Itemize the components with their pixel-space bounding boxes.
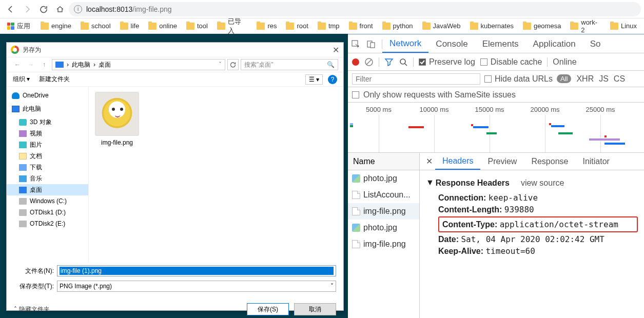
close-icon[interactable]: ✕ [333, 45, 339, 55]
preserve-log-checkbox[interactable]: Preserve log [419, 57, 475, 67]
save-button[interactable]: 保存(S) [247, 303, 289, 315]
samesite-bar: Only show requests with SameSite issues [348, 87, 644, 103]
search-placeholder: 搜索"桌面" [244, 61, 274, 69]
view-menu[interactable]: ☰ ▾ [305, 74, 323, 85]
home-button[interactable] [52, 2, 68, 17]
tree-node[interactable]: 视频 [7, 128, 88, 139]
tree-node[interactable]: Windows (C:) [7, 195, 88, 207]
refresh-button[interactable] [227, 59, 239, 70]
apps-shortcut[interactable]: 应用 [3, 20, 34, 32]
svg-rect-2 [370, 43, 375, 48]
folder-icon [257, 23, 265, 30]
tree-node[interactable]: OneDrive [7, 90, 88, 101]
request-row[interactable]: ListAccoun... [348, 187, 419, 203]
pc-icon [55, 62, 64, 68]
tree-icon [19, 164, 27, 171]
tree-node[interactable]: 音乐 [7, 173, 88, 184]
folder-icon [41, 23, 49, 30]
search-icon[interactable] [399, 57, 408, 67]
clear-button[interactable] [364, 57, 374, 67]
detail-tab-preview[interactable]: Preview [480, 153, 524, 170]
request-row[interactable]: photo.jpg [348, 220, 419, 236]
crumb-2[interactable]: 桌面 [99, 61, 111, 69]
tree-node[interactable]: 图片 [7, 139, 88, 150]
request-row[interactable]: img-file.png [348, 236, 419, 252]
devtools-panel: NetworkConsoleElementsApplicationSo Pres… [348, 34, 644, 318]
devtools-tab-so[interactable]: So [583, 35, 608, 53]
filter-input[interactable] [352, 73, 480, 85]
header-row: Keep-Alive: timeout=60 [438, 246, 638, 256]
filter-pill-xhr[interactable]: XHR [576, 74, 594, 84]
site-info-icon[interactable]: i [74, 5, 82, 13]
forward-button[interactable] [19, 2, 35, 17]
samesite-checkbox[interactable]: Only show requests with SameSite issues [352, 90, 516, 100]
tree-node[interactable]: OTDisk2 (E:) [7, 218, 88, 229]
tree-icon [19, 198, 27, 205]
dialog-file-area[interactable]: img-file.png [89, 87, 343, 261]
header-row: Date: Sat, 04 Apr 2020 02:02:42 GMT [438, 234, 638, 244]
reload-button[interactable] [36, 2, 51, 17]
back-button[interactable] [3, 2, 18, 17]
cancel-button[interactable]: 取消 [294, 303, 336, 315]
throttling-select[interactable]: Online [553, 57, 576, 67]
response-headers-section[interactable]: ▼Response Headersview source [426, 178, 638, 188]
filter-pill-all[interactable]: All [557, 74, 571, 83]
detail-tab-initiator[interactable]: Initiator [575, 153, 616, 170]
crumb-1[interactable]: 此电脑 [72, 61, 90, 69]
filter-pill-cs[interactable]: CS [614, 74, 625, 84]
detail-tab-response[interactable]: Response [524, 153, 575, 170]
address-bar[interactable]: i localhost:8013/img-file.png [69, 2, 641, 16]
tree-node[interactable]: 桌面 [7, 184, 88, 195]
chevron-icon: ˄ [14, 306, 17, 313]
tree-node[interactable]: 下载 [7, 162, 88, 173]
view-source-link[interactable]: view source [521, 178, 564, 187]
detail-tabs: ✕ HeadersPreviewResponseInitiator [420, 153, 644, 170]
detail-tab-headers[interactable]: Headers [435, 153, 480, 170]
request-row[interactable]: photo.jpg [348, 170, 419, 187]
filetype-select[interactable]: PNG Image (*.png)˅ [57, 281, 336, 292]
devtools-tab-elements[interactable]: Elements [475, 35, 526, 53]
folder-icon [422, 23, 431, 30]
filter-pill-js[interactable]: JS [599, 74, 609, 84]
breadcrumb[interactable]: › 此电脑 › 桌面 ˅ [52, 59, 225, 70]
folder-icon [349, 23, 357, 30]
dlg-back-button[interactable]: ← [12, 61, 23, 68]
record-button[interactable] [352, 58, 359, 66]
disable-cache-checkbox[interactable]: Disable cache [480, 57, 542, 67]
request-row[interactable]: img-file.png [348, 203, 419, 220]
url-text: localhost:8013/img-file.png [86, 5, 172, 13]
devtools-tab-application[interactable]: Application [526, 35, 583, 53]
tree-node[interactable]: OTDisk1 (D:) [7, 207, 88, 218]
tree-node[interactable]: 3D 对象 [7, 116, 88, 128]
hide-data-urls-checkbox[interactable]: Hide data URLs [484, 74, 553, 84]
request-list-header: Name [348, 153, 419, 170]
dlg-up-button[interactable]: ↑ [38, 61, 50, 68]
hide-folders-toggle[interactable]: ˄隐藏文件夹 [14, 305, 50, 314]
tree-icon [19, 175, 27, 182]
network-timeline[interactable]: 5000 ms10000 ms15000 ms20000 ms25000 ms [348, 103, 644, 153]
inspect-icon[interactable] [351, 39, 366, 49]
bookmark-label: tool [197, 22, 208, 30]
devtools-tab-console[interactable]: Console [428, 35, 475, 53]
chrome-icon [11, 46, 19, 54]
organize-menu[interactable]: 组织 ▾ [13, 75, 30, 84]
devtools-tab-network[interactable]: Network [382, 35, 428, 53]
close-details-icon[interactable]: ✕ [423, 156, 435, 166]
filter-icon[interactable] [384, 57, 394, 67]
page-stage: 另存为 ✕ ← → ↑ › 此电脑 › 桌面 ˅ 搜索"桌面"🔍 组织 [0, 34, 348, 318]
tree-icon [19, 221, 27, 227]
tree-label: 桌面 [30, 186, 42, 194]
tree-node[interactable]: 文档 [7, 150, 88, 162]
dlg-search-input[interactable]: 搜索"桌面"🔍 [241, 59, 338, 70]
device-toggle-icon[interactable] [366, 39, 382, 49]
filter-bar: Hide data URLs AllXHRJSCS [348, 71, 644, 87]
filename-input[interactable] [57, 265, 336, 276]
request-name: photo.jpg [363, 174, 397, 183]
bookmarks-bar: 应用 engineschoollifeonlinetool已导入resroott… [0, 18, 644, 34]
file-thumbnail[interactable]: img-file.png [94, 92, 140, 146]
tree-node[interactable]: 此电脑 [7, 103, 88, 114]
bookmark-label: work-2 [581, 18, 601, 34]
dlg-forward-button[interactable]: → [25, 61, 36, 68]
help-icon[interactable]: ? [328, 75, 337, 84]
new-folder-button[interactable]: 新建文件夹 [39, 75, 70, 84]
